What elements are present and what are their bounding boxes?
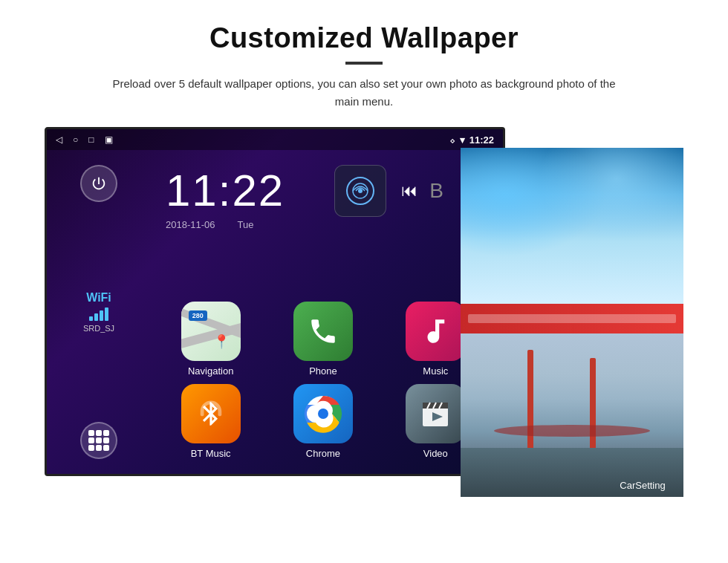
grid-dot [96, 430, 102, 436]
wifi-bar-1 [89, 316, 93, 321]
status-bar: ◁ ○ □ ▣ ⬦ ▾ 11:22 [47, 129, 503, 150]
phone-label: Phone [309, 365, 337, 377]
wifi-network-name: SRD_SJ [83, 324, 114, 333]
music-icon [406, 302, 465, 361]
wifi-bar-2 [94, 313, 98, 321]
status-bar-left: ◁ ○ □ ▣ [56, 134, 113, 145]
wallpaper-bridge[interactable]: CarSetting [461, 333, 683, 497]
android-screen: ◁ ○ □ ▣ ⬦ ▾ 11:22 [45, 127, 505, 476]
wallpaper-ice-cave[interactable] [461, 148, 683, 304]
title-section: Customized Wallpaper Preload over 5 defa… [45, 22, 683, 111]
bt-music-label: BT Music [191, 448, 231, 459]
bridge-scene-bg [461, 333, 683, 497]
navigation-label: Navigation [188, 365, 233, 377]
clock-date: 2018-11-06 Tue [166, 219, 344, 230]
wifi-bar-3 [100, 310, 103, 321]
video-label: Video [423, 448, 448, 459]
device-container: ◁ ○ □ ▣ ⬦ ▾ 11:22 [45, 127, 683, 476]
music-label: Music [423, 365, 448, 377]
bt-music-icon [181, 384, 241, 443]
app-item-chrome[interactable]: Chrome [270, 384, 375, 459]
grid-dot [103, 445, 109, 451]
navigation-icon: 280 📍 [181, 302, 241, 361]
page-subtitle: Preload over 5 default wallpaper options… [104, 75, 624, 111]
grid-dot [103, 430, 109, 436]
next-track-button[interactable]: B [429, 179, 443, 203]
grid-dot [88, 445, 94, 451]
grid-dot [88, 437, 94, 443]
phone-icon [293, 302, 353, 361]
media-controls: ⏮ B [401, 179, 443, 203]
app-grid: 280 📍 Navigation Phone [151, 302, 495, 466]
page-container: Customized Wallpaper Preload over 5 defa… [0, 0, 728, 491]
wifi-label: WiFi [83, 291, 114, 305]
date-value: 2018-11-06 [166, 219, 215, 230]
app-item-bt-music[interactable]: BT Music [158, 384, 263, 459]
carsetting-label: CarSetting [609, 480, 676, 491]
nav-badge: 280 [189, 310, 207, 321]
page-title: Customized Wallpaper [45, 22, 683, 54]
status-time: 11:22 [469, 134, 494, 146]
nav-pin-icon: 📍 [213, 333, 230, 350]
svg-point-5 [318, 409, 328, 419]
back-nav-icon[interactable]: ◁ [56, 134, 62, 145]
location-icon: ⬦ [449, 134, 455, 146]
grid-dot [96, 437, 102, 443]
wallpaper-middle-bar [461, 304, 683, 333]
chrome-label: Chrome [306, 448, 340, 459]
app-item-phone[interactable]: Phone [270, 302, 375, 377]
media-section: ⏮ B [334, 165, 443, 217]
apps-grid-button[interactable] [80, 422, 117, 459]
clock-time: 11:22 [166, 165, 344, 216]
svg-point-2 [358, 189, 363, 193]
grid-dot [96, 445, 102, 451]
power-button[interactable] [80, 165, 117, 202]
prev-track-button[interactable]: ⏮ [401, 181, 417, 201]
home-nav-icon[interactable]: ○ [73, 134, 78, 145]
wifi-bars [83, 307, 114, 321]
bridge-cable [494, 425, 650, 437]
wifi-info: WiFi SRD_SJ [83, 291, 114, 333]
middle-bar-element [468, 314, 676, 323]
wifi-status-icon: ▾ [460, 134, 465, 146]
day-value: Tue [238, 219, 254, 230]
media-app-icon[interactable] [334, 165, 386, 217]
wifi-bar-4 [105, 307, 108, 321]
ice-cave-bg [461, 148, 683, 304]
recents-nav-icon[interactable]: □ [88, 134, 94, 145]
screenshot-icon[interactable]: ▣ [105, 134, 113, 145]
clock-section: 11:22 2018-11-06 Tue [151, 157, 359, 238]
status-bar-right: ⬦ ▾ 11:22 [449, 134, 494, 146]
video-icon [406, 384, 465, 443]
grid-dot [88, 430, 94, 436]
grid-dot [103, 437, 109, 443]
apps-grid-icon [88, 430, 109, 451]
app-item-navigation[interactable]: 280 📍 Navigation [158, 302, 263, 377]
chrome-icon [293, 384, 353, 443]
main-content: 11:22 2018-11-06 Tue [151, 150, 503, 474]
title-divider [345, 62, 383, 65]
wallpaper-thumbnails: CarSetting [461, 148, 683, 497]
left-sidebar: WiFi SRD_SJ [47, 150, 151, 474]
